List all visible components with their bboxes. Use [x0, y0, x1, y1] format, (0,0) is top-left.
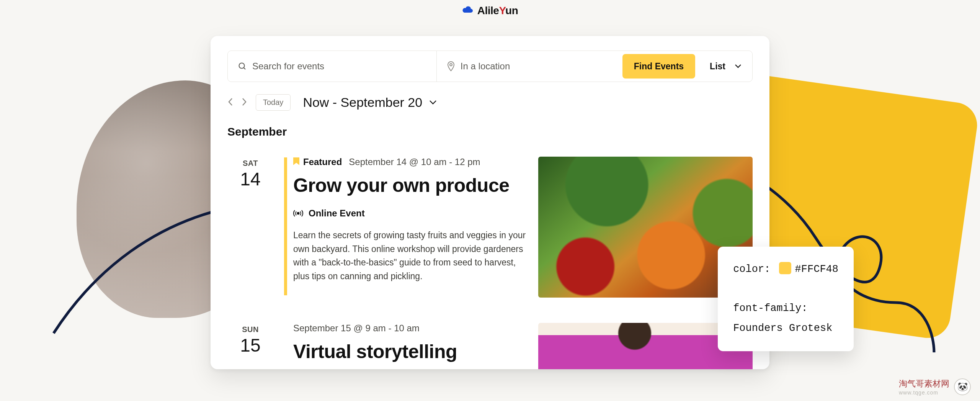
svg-point-0	[239, 63, 245, 69]
event-dow: SAT	[227, 159, 273, 168]
event-title[interactable]: Grow your own produce	[293, 174, 528, 196]
logo-text: AlileYun	[477, 5, 518, 17]
style-info-card: color: #FFCF48 font-family: Founders Gro…	[718, 247, 854, 351]
online-event-badge: Online Event	[293, 208, 528, 219]
event-title[interactable]: Virtual storytelling	[293, 340, 528, 363]
bookmark-icon	[293, 157, 299, 167]
date-range-label: Now - September 20	[303, 95, 422, 110]
watermark: 淘气哥素材网 www.tqge.com 🐼	[899, 378, 971, 396]
today-button[interactable]: Today	[256, 94, 291, 111]
date-range-picker[interactable]: Now - September 20	[303, 95, 437, 110]
color-swatch	[779, 262, 791, 274]
next-button[interactable]	[241, 97, 247, 108]
search-events-segment[interactable]	[228, 51, 436, 82]
events-calendar-card: Find Events List Today Now - September 2…	[211, 36, 769, 369]
event-time: September 14 @ 10 am - 12 pm	[349, 157, 480, 167]
chevron-right-icon	[241, 97, 247, 106]
svg-point-2	[297, 213, 299, 214]
watermark-badge-icon: 🐼	[954, 378, 971, 395]
chevron-left-icon	[227, 97, 234, 106]
search-location-input[interactable]	[461, 61, 607, 72]
view-selector[interactable]: List	[698, 61, 752, 72]
cloud-icon	[462, 5, 474, 17]
location-icon	[447, 61, 455, 71]
event-dom: 14	[227, 169, 273, 190]
prev-button[interactable]	[227, 97, 234, 108]
search-icon	[238, 62, 247, 71]
event-row: SAT 14 Featured September 14 @ 10 am - 1…	[227, 149, 753, 314]
search-location-segment[interactable]	[436, 51, 617, 82]
calendar-nav: Today Now - September 20	[227, 94, 753, 111]
event-description: Learn the secrets of growing tasty fruit…	[293, 229, 528, 283]
event-date: SUN 15	[227, 323, 273, 369]
month-heading: September	[227, 125, 753, 138]
event-row: SUN 15 September 15 @ 9 am - 10 am Virtu…	[227, 314, 753, 369]
event-dow: SUN	[227, 325, 273, 334]
search-bar: Find Events List	[227, 51, 753, 82]
event-time: September 15 @ 9 am - 10 am	[293, 323, 420, 334]
featured-bar	[284, 157, 287, 295]
find-events-button[interactable]: Find Events	[622, 54, 695, 79]
site-logo[interactable]: AlileYun	[462, 5, 518, 17]
view-selector-label: List	[710, 61, 725, 72]
event-date: SAT 14	[227, 157, 273, 298]
broadcast-icon	[293, 209, 303, 218]
event-dom: 15	[227, 335, 273, 356]
chevron-down-icon	[735, 64, 742, 69]
chevron-down-icon	[429, 100, 437, 105]
svg-point-1	[450, 64, 452, 66]
search-events-input[interactable]	[252, 61, 426, 72]
featured-badge: Featured	[293, 157, 342, 167]
